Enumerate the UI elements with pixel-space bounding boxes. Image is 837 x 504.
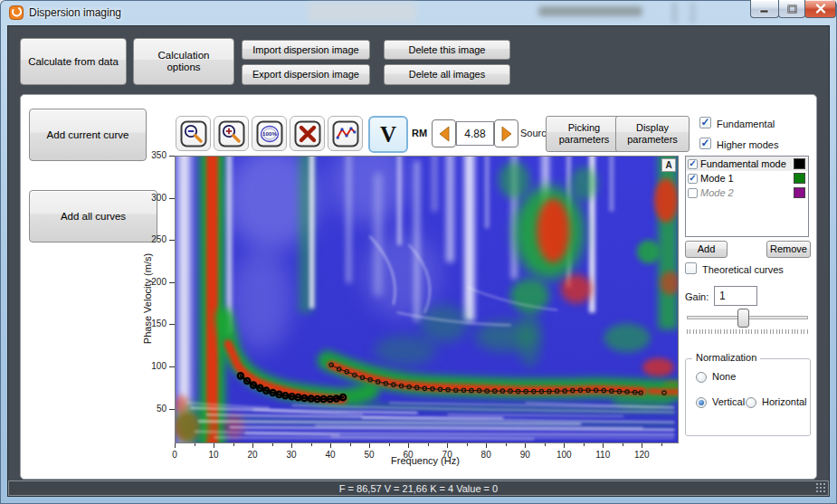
- remove-mode-button[interactable]: Remove: [766, 241, 811, 258]
- normalization-groupbox: Normalization NoneVerticalHorizontal: [685, 358, 811, 436]
- x-minor-tick-mark: [506, 443, 507, 446]
- fundamental-checkbox-label: Fundamental: [717, 119, 775, 129]
- normalization-title: Normalization: [692, 352, 760, 363]
- y-tick-mark: [169, 240, 175, 241]
- x-minor-tick-mark: [545, 443, 546, 446]
- normalization-radio-none[interactable]: [696, 372, 707, 383]
- delete-this-label: Delete this image: [409, 44, 486, 56]
- delete-picks-button[interactable]: [290, 116, 325, 151]
- add-all-curves-label: Add all curves: [61, 211, 126, 223]
- x-tick-mark: [642, 443, 642, 448]
- zoom-in-icon: [218, 120, 245, 147]
- x-minor-tick-mark: [195, 443, 195, 446]
- mode-checkbox[interactable]: [688, 174, 698, 184]
- add-current-curve-label: Add current curve: [47, 129, 129, 141]
- dispersion-plot[interactable]: A: [175, 156, 679, 443]
- mode-color-swatch[interactable]: [794, 173, 805, 184]
- background-window-text-blur: [538, 6, 642, 16]
- x-minor-tick-mark: [661, 443, 662, 446]
- x-tick-mark: [175, 443, 176, 448]
- y-tick-mark: [169, 198, 175, 199]
- mode-label: Mode 1: [700, 173, 734, 184]
- theoretical-curves-checkbox[interactable]: [685, 262, 697, 274]
- import-dispersion-image-button[interactable]: Import dispersion image: [242, 40, 370, 60]
- gain-input[interactable]: [714, 286, 757, 306]
- minimize-button[interactable]: [750, 0, 779, 18]
- zoom-100-button[interactable]: 100%: [252, 116, 287, 151]
- x-tick-mark: [603, 443, 604, 448]
- minimize-icon: [759, 5, 770, 13]
- x-tick-label: 0: [161, 450, 188, 460]
- x-tick-label: 90: [511, 450, 538, 460]
- x-tick-label: 10: [200, 450, 227, 460]
- mode-color-swatch[interactable]: [794, 187, 805, 198]
- add-mode-label: Add: [698, 243, 716, 255]
- window-title: Dispersion imaging: [29, 6, 121, 19]
- mode-row[interactable]: Fundamental mode: [686, 157, 808, 171]
- maximize-button[interactable]: [778, 0, 805, 18]
- x-minor-tick-mark: [350, 443, 351, 446]
- close-button[interactable]: [804, 0, 836, 18]
- mode-color-swatch[interactable]: [794, 158, 805, 169]
- normalization-radio-horizontal[interactable]: [746, 397, 756, 408]
- delete-x-icon: [294, 120, 321, 147]
- x-tick-mark: [447, 443, 448, 448]
- add-current-curve-button[interactable]: Add current curve: [29, 109, 147, 161]
- zoom-out-button[interactable]: [176, 116, 211, 151]
- mode-row[interactable]: Mode 1: [686, 171, 808, 185]
- fundamental-checkbox[interactable]: [699, 117, 711, 128]
- rm-label: RM: [412, 128, 427, 138]
- import-label: Import dispersion image: [252, 44, 358, 56]
- status-bar: F = 86,57 V = 21,66 K = 4 Value = 0: [8, 480, 829, 496]
- x-tick-mark: [525, 443, 526, 448]
- pick-curve-button[interactable]: [328, 116, 363, 151]
- arrow-left-icon: [437, 125, 452, 143]
- x-minor-tick-mark: [584, 443, 585, 446]
- export-label: Export dispersion image: [252, 69, 359, 81]
- x-tick-mark: [408, 443, 409, 448]
- dispersion-heatmap[interactable]: [176, 157, 678, 442]
- step-next-button[interactable]: [494, 119, 518, 147]
- higher-modes-checkbox[interactable]: [699, 138, 711, 149]
- app-window: Dispersion imaging Calculate from data C…: [0, 0, 837, 504]
- picking-parameters-label: Picking parameters: [552, 122, 616, 146]
- mode-listbox[interactable]: Fundamental modeMode 1Mode 2: [685, 156, 809, 237]
- velocity-mode-button[interactable]: V: [368, 116, 408, 153]
- y-tick-mark: [169, 156, 175, 157]
- svg-text:100%: 100%: [262, 130, 277, 137]
- x-tick-mark: [214, 443, 214, 448]
- delete-all-images-button[interactable]: Delete all images: [384, 64, 510, 85]
- mode-checkbox[interactable]: [688, 159, 698, 169]
- arrow-right-icon: [499, 125, 514, 143]
- export-dispersion-image-button[interactable]: Export dispersion image: [242, 64, 370, 85]
- x-tick-mark: [252, 443, 253, 448]
- mode-checkbox[interactable]: [688, 188, 698, 198]
- step-value-box[interactable]: 4.88: [456, 121, 494, 146]
- plot-corner-badge[interactable]: A: [661, 158, 676, 172]
- display-parameters-button[interactable]: Display parameters: [615, 116, 690, 152]
- x-tick-mark: [291, 443, 292, 448]
- curve-icon: [332, 120, 359, 147]
- picking-parameters-button[interactable]: Picking parameters: [546, 116, 623, 152]
- x-minor-tick-mark: [428, 443, 429, 446]
- x-minor-tick-mark: [233, 443, 234, 446]
- mode-row[interactable]: Mode 2: [686, 185, 808, 200]
- calculation-options-button[interactable]: Calculation options: [133, 38, 234, 85]
- step-previous-button[interactable]: [432, 119, 456, 147]
- y-tick-mark: [169, 282, 175, 283]
- calculate-from-data-button[interactable]: Calculate from data: [20, 38, 127, 85]
- x-minor-tick-mark: [467, 443, 468, 446]
- normalization-radio-vertical[interactable]: [696, 397, 707, 408]
- x-tick-mark: [330, 443, 331, 448]
- delete-this-image-button[interactable]: Delete this image: [384, 40, 510, 60]
- add-mode-button[interactable]: Add: [685, 241, 728, 258]
- step-value: 4.88: [464, 128, 485, 140]
- resize-grip[interactable]: [815, 482, 826, 493]
- y-axis-label: Phase Velocity (m/s): [142, 226, 155, 371]
- x-tick-label: 30: [278, 450, 305, 460]
- gain-slider-thumb[interactable]: [737, 309, 749, 328]
- y-tick-label: 300: [137, 193, 166, 203]
- zoom-in-button[interactable]: [214, 116, 249, 151]
- x-tick-mark: [486, 443, 487, 448]
- calculate-from-data-label: Calculate from data: [28, 56, 119, 68]
